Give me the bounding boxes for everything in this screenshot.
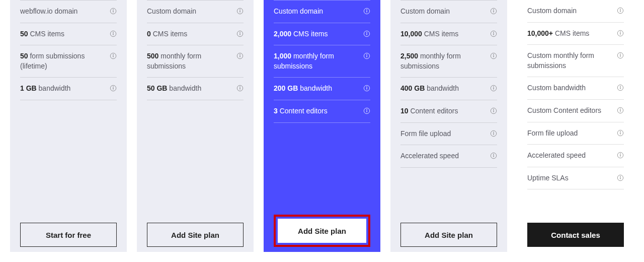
svg-point-58: [493, 154, 494, 155]
info-icon[interactable]: [617, 174, 624, 181]
info-icon[interactable]: [617, 52, 624, 59]
cta-wrap: Contact sales: [527, 218, 624, 252]
info-icon[interactable]: [110, 30, 117, 37]
info-icon[interactable]: [363, 107, 370, 114]
feature-text: 10,000+ CMS items: [527, 29, 617, 39]
cta-wrap: Start for free: [20, 218, 117, 252]
svg-point-19: [239, 54, 240, 55]
feature-text: Custom domain: [400, 7, 490, 17]
svg-rect-62: [620, 10, 620, 12]
info-icon[interactable]: [490, 130, 497, 137]
svg-point-34: [366, 87, 367, 88]
feature-row: Form file upload: [527, 122, 624, 145]
svg-point-70: [620, 86, 621, 87]
feature-text: Accelerated speed: [527, 151, 617, 161]
info-icon[interactable]: [617, 7, 624, 14]
svg-point-16: [239, 32, 240, 33]
contact-sales-button[interactable]: Contact sales: [527, 223, 624, 247]
svg-point-37: [366, 109, 367, 110]
svg-point-7: [113, 54, 114, 55]
svg-rect-35: [366, 88, 367, 90]
info-icon[interactable]: [363, 30, 370, 37]
info-icon[interactable]: [236, 30, 244, 37]
feature-row: 3 Content editors: [274, 100, 370, 123]
start-for-free-button[interactable]: Start for free: [20, 223, 117, 247]
info-icon[interactable]: [617, 152, 624, 159]
feature-text: Custom domain: [147, 7, 236, 17]
plan-column-1: Custom domain 0 CMS items 500 monthly fo…: [137, 0, 254, 252]
feature-row: Custom Content editors: [527, 99, 624, 122]
feature-row: 10,000+ CMS items: [527, 22, 624, 45]
info-icon[interactable]: [617, 84, 624, 91]
svg-rect-17: [239, 33, 240, 35]
info-icon[interactable]: [490, 52, 497, 59]
feature-text: 400 GB bandwidth: [400, 84, 490, 94]
feature-list: Custom domain 0 CMS items 500 monthly fo…: [147, 0, 244, 218]
svg-rect-11: [113, 88, 113, 90]
feature-row: Custom monthly form submissions: [527, 44, 624, 77]
feature-text: Form file upload: [400, 129, 490, 139]
svg-point-22: [239, 87, 240, 88]
plan-column-3: Custom domain 10,000 CMS items 2,500 mon…: [390, 0, 507, 252]
feature-row: Custom domain: [147, 0, 244, 23]
info-icon[interactable]: [490, 30, 497, 37]
highlight-box: Add Site plan: [274, 215, 370, 247]
info-icon[interactable]: [236, 52, 244, 59]
svg-rect-2: [113, 11, 113, 13]
feature-row: Custom domain: [527, 0, 624, 22]
cta-wrap: Add Site plan: [400, 218, 497, 252]
plan-column-4: Custom domain 10,000+ CMS items Custom m…: [517, 0, 634, 252]
info-icon[interactable]: [617, 30, 624, 37]
svg-point-55: [493, 132, 494, 133]
info-icon[interactable]: [490, 107, 497, 114]
svg-rect-14: [239, 11, 240, 13]
feature-row: Custom bandwidth: [527, 77, 624, 99]
svg-point-28: [366, 32, 367, 33]
feature-list: webflow.io domain 50 CMS items 50 form s…: [20, 0, 117, 218]
info-icon[interactable]: [110, 8, 117, 15]
svg-rect-47: [493, 55, 494, 57]
svg-point-52: [493, 109, 494, 110]
feature-row: Custom domain: [274, 0, 370, 23]
feature-row: 50 CMS items: [20, 23, 117, 45]
info-icon[interactable]: [236, 85, 244, 92]
svg-point-1: [113, 10, 114, 11]
info-icon[interactable]: [490, 152, 497, 159]
feature-row: Form file upload: [400, 122, 497, 145]
svg-rect-56: [493, 133, 494, 135]
svg-point-40: [493, 10, 494, 11]
add-site-plan-button[interactable]: Add Site plan: [147, 223, 244, 247]
info-icon[interactable]: [236, 8, 244, 15]
feature-row: Accelerated speed: [400, 145, 497, 168]
svg-point-4: [113, 32, 114, 33]
feature-row: 1 GB bandwidth: [20, 77, 117, 100]
svg-point-49: [493, 87, 494, 88]
feature-text: 1,000 monthly form submissions: [274, 51, 363, 71]
info-icon[interactable]: [110, 52, 117, 59]
feature-text: 2,000 CMS items: [274, 29, 363, 39]
feature-row: 50 form submissions (lifetime): [20, 45, 117, 77]
feature-row: 10,000 CMS items: [400, 23, 497, 45]
svg-rect-53: [493, 110, 494, 112]
info-icon[interactable]: [363, 52, 370, 59]
info-icon[interactable]: [363, 85, 370, 92]
add-site-plan-button[interactable]: Add Site plan: [278, 219, 366, 243]
feature-text: 50 CMS items: [20, 29, 110, 39]
add-site-plan-button[interactable]: Add Site plan: [400, 223, 497, 247]
info-icon[interactable]: [617, 107, 624, 114]
svg-rect-29: [366, 33, 367, 35]
svg-rect-83: [620, 177, 620, 179]
info-icon[interactable]: [363, 8, 370, 15]
svg-rect-71: [620, 88, 620, 90]
svg-rect-32: [366, 55, 367, 57]
feature-text: Custom domain: [274, 7, 363, 17]
info-icon[interactable]: [617, 129, 624, 137]
info-icon[interactable]: [110, 85, 117, 92]
svg-point-13: [239, 10, 240, 11]
info-icon[interactable]: [490, 85, 497, 92]
svg-rect-80: [620, 155, 620, 157]
svg-rect-23: [239, 88, 240, 90]
svg-point-79: [620, 154, 621, 155]
feature-text: 3 Content editors: [274, 106, 363, 116]
info-icon[interactable]: [490, 8, 497, 15]
